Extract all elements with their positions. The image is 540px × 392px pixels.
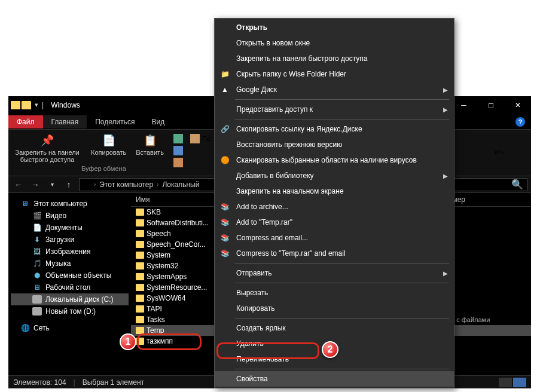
- chevron-right-icon[interactable]: ›: [154, 181, 161, 188]
- tab-share[interactable]: Поделиться: [87, 115, 143, 128]
- qat-chevron[interactable]: ▾: [35, 101, 38, 109]
- menu-item[interactable]: Открыть: [215, 20, 454, 35]
- folder-icon: [136, 338, 144, 345]
- wise-icon: 📁: [219, 69, 230, 79]
- crumb-local[interactable]: Локальный: [162, 180, 199, 189]
- back-button[interactable]: ←: [12, 178, 25, 191]
- gdrive-icon: ▲: [219, 85, 230, 94]
- menu-item[interactable]: Вырезать: [215, 285, 454, 301]
- nav-new-volume-d[interactable]: Новый том (D:): [11, 305, 129, 317]
- nav-documents[interactable]: 📄Документы: [11, 222, 129, 234]
- menu-item-label: Удалить: [236, 339, 448, 348]
- link-icon: 🔗: [219, 124, 230, 134]
- menu-item[interactable]: Закрепить на начальном экране: [215, 183, 454, 199]
- help-icon[interactable]: ?: [515, 117, 525, 127]
- pin-quickaccess-button[interactable]: 📌 Закрепить на панели быстрого доступа: [10, 132, 84, 164]
- view-details-button[interactable]: [499, 378, 512, 387]
- menu-item-label: Compress and email...: [236, 234, 448, 242]
- nav-pictures[interactable]: 🖼Изображения: [11, 246, 129, 258]
- cut-icon: [173, 134, 183, 143]
- search-box[interactable]: 🔍: [450, 178, 527, 191]
- recent-dropdown[interactable]: ▾: [45, 178, 59, 191]
- copy-button[interactable]: 📄 Копировать: [86, 132, 131, 157]
- nav-network[interactable]: 🌐Сеть: [11, 322, 129, 334]
- menu-item-label: Предоставить доступ к: [236, 105, 437, 114]
- nav-downloads[interactable]: ⬇Загрузки: [11, 234, 129, 246]
- blank-icon: [219, 374, 230, 384]
- menu-item[interactable]: 📚Add to archive...: [215, 199, 454, 215]
- folder-icon: [136, 262, 144, 270]
- nav-desktop[interactable]: 🖥Рабочий стол: [11, 281, 129, 293]
- menu-separator: [235, 369, 449, 369]
- forward-button[interactable]: →: [29, 178, 42, 191]
- pc-icon: 🖥: [20, 200, 30, 208]
- folder-icon: [136, 327, 144, 334]
- nav-this-pc[interactable]: 🖥Этот компьютер: [11, 198, 129, 210]
- menu-item[interactable]: 📚Compress and email...: [215, 230, 454, 246]
- menu-item[interactable]: Добавить в библиотеку▶: [215, 168, 454, 183]
- menu-item[interactable]: 🟠Сканировать выбранные области на наличи…: [215, 152, 454, 168]
- menu-item[interactable]: 📚Compress to "Temp.rar" and email: [215, 246, 454, 261]
- tab-view[interactable]: Вид: [143, 115, 173, 128]
- nav-3d-objects[interactable]: ⬢Объемные объекты: [11, 270, 129, 281]
- right-truncated-button[interactable]: ить: [492, 148, 507, 156]
- menu-item[interactable]: 📁Скрыть папку с Wise Folder Hider: [215, 66, 454, 82]
- pasteshortcut-icon: [173, 158, 183, 167]
- maximize-button[interactable]: ◻: [477, 96, 504, 114]
- folder-icon: [136, 305, 144, 313]
- menu-item[interactable]: Создать ярлык: [215, 320, 454, 336]
- drive-icon: [32, 295, 42, 304]
- nav-music[interactable]: 🎵Музыка: [11, 258, 129, 270]
- network-icon: 🌐: [20, 324, 30, 332]
- video-icon: 🎬: [32, 212, 42, 220]
- menu-item-label: Скрыть папку с Wise Folder Hider: [236, 70, 448, 78]
- badge-2: 2: [322, 341, 338, 358]
- app-icon: [11, 101, 20, 109]
- tab-file[interactable]: Файл: [8, 115, 43, 128]
- menu-item[interactable]: Копировать: [215, 301, 454, 316]
- menu-item-label: Google Диск: [236, 85, 437, 94]
- menu-item[interactable]: Открыть в новом окне: [215, 35, 454, 51]
- menu-item[interactable]: ▲Google Диск▶: [215, 82, 454, 97]
- nav-local-disk-c[interactable]: Локальный диск (C:): [11, 293, 129, 305]
- menu-item[interactable]: 🔗Скопировать ссылку на Яндекс.Диске: [215, 121, 454, 137]
- view-icons-button[interactable]: [513, 378, 526, 387]
- copypath-small-button[interactable]: [171, 145, 185, 156]
- menu-item-label: Отправить: [236, 269, 437, 277]
- folder-icon: [136, 219, 144, 226]
- chevron-right-icon[interactable]: ›: [91, 181, 98, 188]
- menu-item[interactable]: Закрепить на панели быстрого доступа: [215, 51, 454, 66]
- menu-item[interactable]: Свойства: [215, 371, 454, 387]
- menu-item[interactable]: Предоставить доступ к▶: [215, 102, 454, 117]
- navigation-pane[interactable]: 🖥Этот компьютер 🎬Видео 📄Документы ⬇Загру…: [8, 193, 131, 375]
- crumb-this-pc[interactable]: Этот компьютер: [99, 180, 153, 189]
- column-size[interactable]: мер: [452, 195, 531, 204]
- menu-item[interactable]: Отправить▶: [215, 265, 454, 281]
- titlebar-icons: ▾ |: [8, 101, 46, 109]
- menu-item-label: Вырезать: [236, 289, 448, 297]
- move-button[interactable]: Пе: [188, 133, 213, 144]
- folder-icon: [136, 295, 144, 302]
- menu-item-label: Переименовать: [236, 355, 448, 363]
- cut-small-button[interactable]: [171, 133, 185, 144]
- paste-icon: 📋: [143, 133, 157, 148]
- folder-icon: [136, 241, 144, 248]
- folder-icon: [136, 209, 144, 216]
- pin-icon: 📌: [40, 133, 54, 148]
- menu-item[interactable]: 📚Add to "Temp.rar": [215, 215, 454, 230]
- qat-icon[interactable]: [22, 101, 31, 109]
- menu-item-label: Открыть: [236, 23, 448, 32]
- submenu-arrow-icon: ▶: [443, 270, 448, 277]
- pasteshortcut-small-button[interactable]: [171, 157, 185, 168]
- paste-button[interactable]: 📋 Вставить: [131, 132, 169, 157]
- nav-videos[interactable]: 🎬Видео: [11, 210, 129, 222]
- up-button[interactable]: ↑: [62, 178, 75, 191]
- folder-icon: [136, 284, 144, 291]
- tab-home[interactable]: Главная: [43, 115, 87, 128]
- menu-separator: [235, 119, 449, 120]
- menu-item[interactable]: Восстановить прежнюю версию: [215, 137, 454, 152]
- moveto-icon: [190, 134, 200, 143]
- menu-item-label: Добавить в библиотеку: [236, 172, 437, 180]
- context-menu: ОткрытьОткрыть в новом окнеЗакрепить на …: [214, 18, 454, 388]
- close-button[interactable]: ✕: [504, 96, 531, 114]
